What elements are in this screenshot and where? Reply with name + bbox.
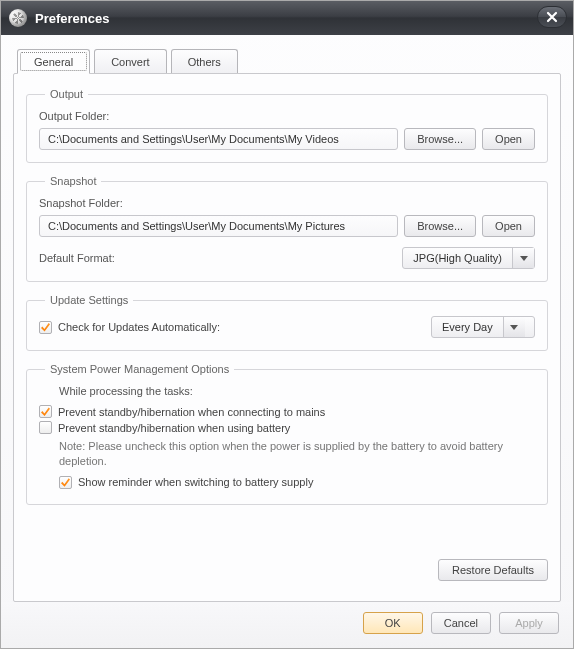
prevent-mains-label: Prevent standby/hibernation when connect… (58, 406, 325, 418)
output-folder-input[interactable] (39, 128, 398, 150)
tab-others-label: Others (188, 56, 221, 68)
output-open-button[interactable]: Open (482, 128, 535, 150)
general-panel: Output Output Folder: Browse... Open Sna… (13, 73, 561, 602)
window-title: Preferences (35, 11, 109, 26)
prevent-battery-checkbox[interactable] (39, 421, 52, 434)
tab-convert-label: Convert (111, 56, 150, 68)
title-bar: Preferences (1, 1, 573, 35)
preferences-window: Preferences General Convert Others Outpu… (0, 0, 574, 649)
prevent-mains-checkbox[interactable] (39, 405, 52, 418)
default-format-value: JPG(High Quality) (403, 252, 512, 264)
output-legend: Output (45, 88, 88, 100)
prevent-battery-label: Prevent standby/hibernation when using b… (58, 422, 290, 434)
chevron-down-icon (503, 317, 525, 337)
update-group: Update Settings Check for Updates Automa… (26, 294, 548, 351)
cancel-button[interactable]: Cancel (431, 612, 491, 634)
show-reminder-checkbox[interactable] (59, 476, 72, 489)
ok-button[interactable]: OK (363, 612, 423, 634)
tab-bar: General Convert Others (17, 49, 561, 73)
close-icon (546, 11, 558, 23)
power-legend: System Power Management Options (45, 363, 234, 375)
dialog-footer: OK Cancel Apply (1, 602, 573, 648)
snapshot-folder-label: Snapshot Folder: (39, 197, 535, 209)
restore-defaults-button[interactable]: Restore Defaults (438, 559, 548, 581)
snapshot-folder-input[interactable] (39, 215, 398, 237)
tab-general[interactable]: General (17, 49, 90, 74)
apply-button[interactable]: Apply (499, 612, 559, 634)
update-frequency-select[interactable]: Every Day (431, 316, 535, 338)
update-legend: Update Settings (45, 294, 133, 306)
show-reminder-label: Show reminder when switching to battery … (78, 476, 313, 488)
snapshot-open-button[interactable]: Open (482, 215, 535, 237)
update-frequency-value: Every Day (432, 321, 503, 333)
snapshot-group: Snapshot Snapshot Folder: Browse... Open… (26, 175, 548, 282)
power-group: System Power Management Options While pr… (26, 363, 548, 505)
content-area: General Convert Others Output Output Fol… (1, 35, 573, 602)
chevron-down-icon (512, 248, 534, 268)
while-processing-label: While processing the tasks: (59, 385, 535, 397)
default-format-select[interactable]: JPG(High Quality) (402, 247, 535, 269)
default-format-label: Default Format: (39, 252, 115, 264)
tab-others[interactable]: Others (171, 49, 238, 73)
check-updates-label: Check for Updates Automatically: (58, 321, 220, 333)
battery-note: Note: Please uncheck this option when th… (59, 439, 535, 470)
output-browse-button[interactable]: Browse... (404, 128, 476, 150)
tab-convert[interactable]: Convert (94, 49, 167, 73)
output-group: Output Output Folder: Browse... Open (26, 88, 548, 163)
tab-general-label: General (34, 56, 73, 68)
app-icon (9, 9, 27, 27)
output-folder-label: Output Folder: (39, 110, 535, 122)
snapshot-browse-button[interactable]: Browse... (404, 215, 476, 237)
check-updates-checkbox[interactable] (39, 321, 52, 334)
snapshot-legend: Snapshot (45, 175, 101, 187)
close-button[interactable] (537, 6, 567, 28)
